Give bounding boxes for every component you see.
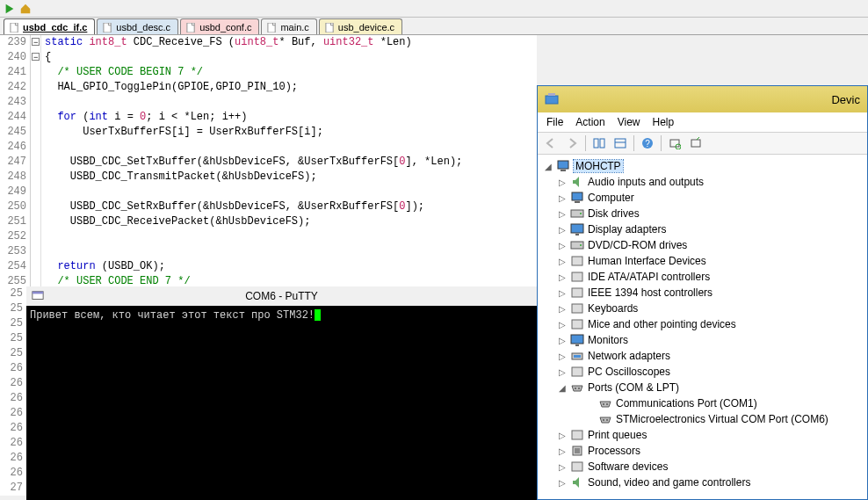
tree-node[interactable]: ▷Processors bbox=[538, 443, 867, 459]
refresh-button[interactable] bbox=[686, 134, 705, 153]
node-label: Sound, video and game controllers bbox=[588, 476, 750, 489]
fold-gutter[interactable] bbox=[31, 244, 41, 259]
tree-node[interactable]: ▷Print queues bbox=[538, 427, 867, 443]
tree-leaf[interactable]: Communications Port (COM1) bbox=[538, 395, 867, 411]
expand-icon[interactable]: ▷ bbox=[557, 367, 567, 377]
fold-gutter[interactable] bbox=[31, 80, 41, 95]
tree-node[interactable]: ▷Human Interface Devices bbox=[538, 253, 867, 269]
menu-item[interactable]: Help bbox=[653, 116, 675, 128]
editor-tab[interactable]: usbd_desc.c bbox=[97, 18, 178, 34]
expand-icon[interactable]: ▷ bbox=[557, 288, 567, 298]
tree-node[interactable]: ▷Disk drives bbox=[538, 206, 867, 221]
code-line[interactable] bbox=[41, 229, 45, 244]
tree-node[interactable]: ▷Sound, video and game controllers bbox=[538, 475, 867, 490]
tree-node[interactable]: ▷Software devices bbox=[538, 459, 867, 475]
expand-icon[interactable]: ▷ bbox=[557, 320, 567, 330]
expand-icon[interactable]: ▷ bbox=[557, 304, 567, 314]
expand-icon[interactable]: ▷ bbox=[557, 209, 567, 219]
expand-icon[interactable]: ▷ bbox=[557, 462, 567, 472]
line-number: 251 bbox=[0, 214, 31, 229]
scan-button[interactable] bbox=[665, 134, 684, 153]
editor-tab[interactable]: usbd_conf.c bbox=[180, 18, 259, 34]
svg-rect-1 bbox=[11, 23, 18, 33]
menu-item[interactable]: File bbox=[546, 116, 563, 128]
fold-gutter[interactable] bbox=[31, 199, 41, 214]
fold-gutter[interactable] bbox=[31, 95, 41, 110]
expand-icon[interactable]: ▷ bbox=[557, 193, 567, 203]
tree-node[interactable]: ▷Audio inputs and outputs bbox=[538, 174, 867, 190]
fold-gutter[interactable] bbox=[31, 214, 41, 229]
code-line[interactable]: USBD_CDC_SetTxBuffer(&hUsbDeviceFS, &Use… bbox=[41, 155, 462, 170]
fold-gutter[interactable] bbox=[31, 140, 41, 155]
fold-gutter[interactable] bbox=[31, 185, 41, 199]
code-editor[interactable]: 239static int8_t CDC_Receive_FS (uint8_t… bbox=[0, 35, 537, 289]
code-line[interactable]: UserTxBufferFS[i] = UserRxBufferFS[i]; bbox=[41, 125, 323, 140]
help-button[interactable]: ? bbox=[638, 134, 657, 153]
expand-icon[interactable]: ◢ bbox=[557, 383, 567, 393]
expand-icon[interactable]: ▷ bbox=[557, 351, 567, 361]
expand-icon[interactable]: ▷ bbox=[557, 272, 567, 282]
tree-node[interactable]: ▷DVD/CD-ROM drives bbox=[538, 237, 867, 253]
expand-icon[interactable]: ▷ bbox=[557, 257, 567, 266]
expand-icon[interactable]: ▷ bbox=[557, 446, 567, 456]
code-line[interactable]: return (USBD_OK); bbox=[41, 259, 165, 274]
tree-node[interactable]: ▷Mice and other pointing devices bbox=[538, 316, 867, 332]
expand-icon[interactable]: ▷ bbox=[557, 478, 567, 488]
code-line[interactable]: static int8_t CDC_Receive_FS (uint8_t* B… bbox=[41, 35, 412, 50]
fold-gutter[interactable] bbox=[31, 65, 41, 80]
fold-gutter[interactable] bbox=[31, 155, 41, 170]
node-label: IDE ATA/ATAPI controllers bbox=[588, 271, 710, 283]
tree-node[interactable]: ▷PC Oscilloscopes bbox=[538, 364, 867, 380]
fold-gutter[interactable] bbox=[31, 125, 41, 140]
view-details-button[interactable] bbox=[611, 134, 630, 153]
putty-terminal[interactable]: Привет всем, кто читает этот текст про S… bbox=[26, 306, 537, 500]
menu-item[interactable]: View bbox=[618, 116, 640, 128]
fold-gutter[interactable] bbox=[31, 259, 41, 274]
tree-node[interactable]: ◢Ports (COM & LPT) bbox=[538, 380, 867, 395]
tree-node[interactable]: ▷IDE ATA/ATAPI controllers bbox=[538, 269, 867, 285]
tree-node[interactable]: ▷Monitors bbox=[538, 332, 867, 348]
code-line[interactable]: USBD_CDC_TransmitPacket(&hUsbDeviceFS); bbox=[41, 170, 317, 185]
fold-gutter[interactable] bbox=[31, 35, 41, 50]
view-columns-button[interactable] bbox=[590, 134, 609, 153]
code-line[interactable]: USBD_CDC_ReceivePacket(&hUsbDeviceFS); bbox=[41, 214, 310, 229]
tree-node[interactable]: ▷IEEE 1394 host controllers bbox=[538, 285, 867, 301]
code-line[interactable] bbox=[41, 244, 45, 259]
fold-gutter[interactable] bbox=[31, 110, 41, 125]
code-line[interactable] bbox=[41, 185, 45, 199]
device-tree[interactable]: ◢МОНСТР▷Audio inputs and outputs▷Compute… bbox=[538, 155, 867, 499]
tree-node[interactable]: ▷Keyboards bbox=[538, 301, 867, 316]
expand-icon[interactable]: ▷ bbox=[557, 336, 567, 345]
expand-icon[interactable]: ◢ bbox=[543, 162, 553, 171]
fold-gutter[interactable] bbox=[31, 170, 41, 185]
code-line[interactable]: /* USER CODE BEGIN 7 */ bbox=[41, 65, 203, 80]
code-line[interactable]: for (int i = 0; i < *Len; i++) bbox=[41, 110, 247, 125]
putty-titlebar[interactable]: COM6 - PuTTY bbox=[26, 286, 537, 306]
tree-node[interactable]: ▷Network adapters bbox=[538, 348, 867, 364]
home-icon[interactable] bbox=[19, 3, 32, 15]
menu-item[interactable]: Action bbox=[575, 116, 604, 128]
code-line[interactable] bbox=[41, 140, 45, 155]
expand-icon[interactable]: ▷ bbox=[557, 431, 567, 440]
tree-root[interactable]: ◢МОНСТР bbox=[538, 158, 867, 174]
editor-tab[interactable]: usbd_cdc_if.c bbox=[4, 18, 95, 34]
code-line[interactable] bbox=[41, 95, 45, 110]
node-label: Communications Port (COM1) bbox=[616, 397, 757, 409]
tab-label: main.c bbox=[280, 22, 308, 33]
expand-icon[interactable]: ▷ bbox=[557, 225, 567, 235]
putty-icon bbox=[32, 290, 44, 302]
tree-leaf[interactable]: STMicroelectronics Virtual COM Port (COM… bbox=[538, 411, 867, 427]
fold-gutter[interactable] bbox=[31, 229, 41, 244]
expand-icon[interactable]: ▷ bbox=[557, 241, 567, 250]
code-line[interactable]: HAL_GPIO_TogglePin(GPIOE,GPIO_PIN_10); bbox=[41, 80, 298, 95]
tree-node[interactable]: ▷Computer bbox=[538, 190, 867, 206]
editor-tab[interactable]: usb_device.c bbox=[319, 18, 402, 34]
code-line[interactable]: { bbox=[41, 50, 51, 65]
debug-run-icon[interactable] bbox=[4, 3, 16, 15]
tree-node[interactable]: ▷Display adapters bbox=[538, 221, 867, 237]
code-line[interactable]: USBD_CDC_SetRxBuffer(&hUsbDeviceFS, &Use… bbox=[41, 199, 424, 214]
devmgr-titlebar[interactable]: Devic bbox=[538, 86, 867, 112]
fold-gutter[interactable] bbox=[31, 50, 41, 65]
editor-tab[interactable]: main.c bbox=[261, 18, 316, 34]
expand-icon[interactable]: ▷ bbox=[557, 178, 567, 187]
